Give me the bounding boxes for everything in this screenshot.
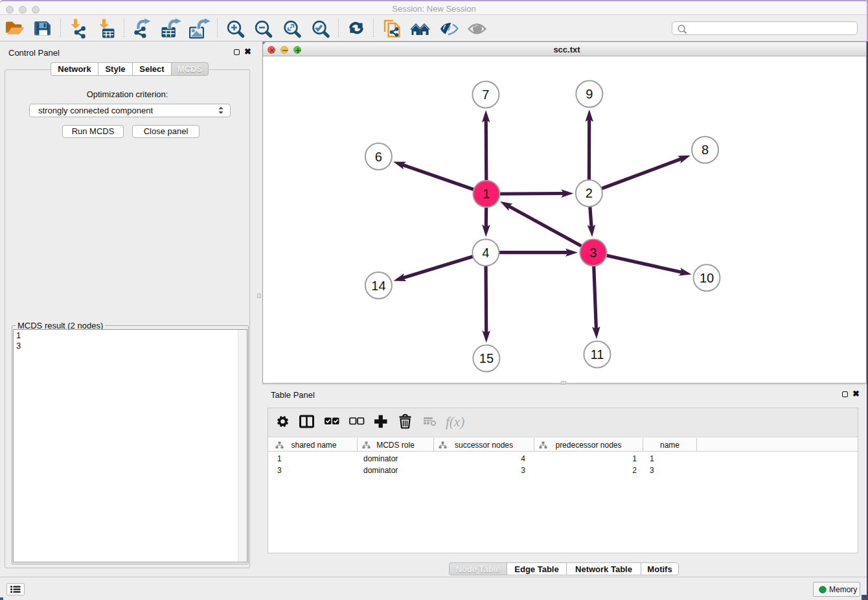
svg-text:15: 15 (479, 351, 494, 365)
svg-text:6: 6 (375, 150, 382, 164)
svg-text:7: 7 (482, 87, 489, 102)
svg-text:4: 4 (482, 246, 489, 260)
svg-text:3: 3 (589, 246, 597, 260)
svg-text:2: 2 (586, 186, 593, 200)
svg-text:14: 14 (371, 279, 385, 293)
svg-text:f(x): f(x) (446, 414, 464, 430)
svg-text:8: 8 (702, 143, 709, 157)
svg-text:1: 1 (483, 187, 490, 201)
svg-text:11: 11 (591, 347, 604, 362)
svg-text:9: 9 (586, 87, 593, 101)
svg-text:10: 10 (700, 271, 714, 285)
